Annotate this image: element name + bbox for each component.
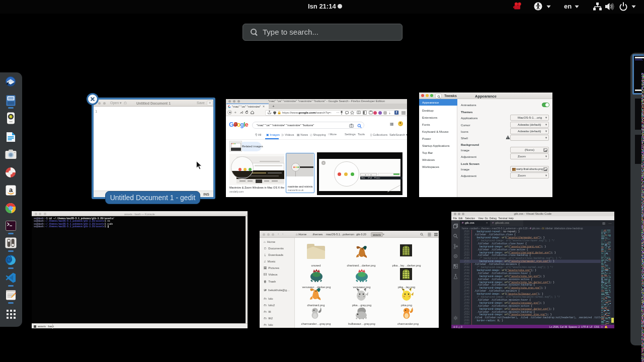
svg-text:a: a (9, 186, 13, 194)
